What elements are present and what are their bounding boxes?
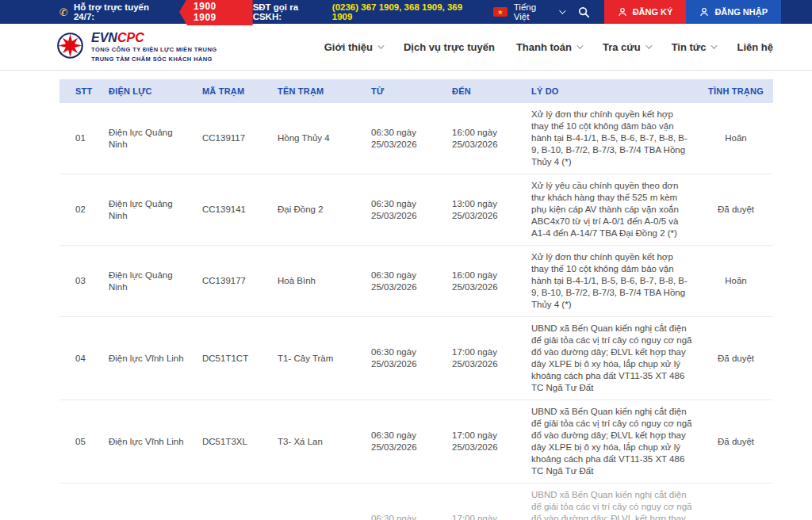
col-header-tu: TỪ — [371, 79, 452, 103]
cell-ly-do: UBND xã Bến Quan kiến nghị cắt điện để g… — [531, 317, 702, 400]
table-row: 06Điện lực Vĩnh LinhDC51T4XLT4-Xá Lợi06:… — [59, 484, 773, 520]
cell-den: 17:00 ngày 25/03/2026 — [452, 484, 531, 520]
cell-ten-tram: T1- Cây Tràm — [278, 317, 371, 400]
cell-stt: 02 — [59, 174, 109, 246]
cell-ten-tram: Hồng Thủy 4 — [278, 103, 371, 174]
cell-dien-luc: Điện lực Vĩnh Linh — [109, 484, 202, 520]
cell-dien-luc: Điện lực Vĩnh Linh — [109, 400, 202, 484]
logo-evn: EVN — [91, 31, 117, 44]
topbar: ✆ Hỗ trợ trực tuyến 24/7: 1900 1909 SĐT … — [0, 0, 812, 24]
cell-tinh-trang: Đã duyệt — [702, 174, 773, 246]
user-icon — [699, 7, 709, 17]
nav-item-label: Thanh toán — [516, 41, 572, 53]
evn-star-icon — [56, 31, 85, 60]
table-body: 01Điện lực Quảng NinhCC139117Hồng Thủy 4… — [59, 103, 773, 520]
cell-ma-tram: CC139141 — [202, 174, 278, 246]
evncpc-logo[interactable]: EVNCPC TỔNG CÔNG TY ĐIỆN LỰC MIỀN TRUNG … — [56, 31, 216, 63]
cell-tu: 06:30 ngày 25/03/2026 — [371, 484, 452, 520]
cell-den: 17:00 ngày 25/03/2026 — [452, 317, 531, 400]
cell-den: 16:00 ngày 25/03/2026 — [452, 103, 531, 174]
cskh-label: SĐT gọi ra CSKH: — [253, 2, 328, 21]
nav-item-label: Giới thiệu — [324, 41, 373, 53]
cell-ly-do: UBND xã Bến Quan kiến nghị cắt điện để g… — [531, 484, 702, 520]
cell-ma-tram: DC51T3XL — [202, 400, 278, 484]
col-header-den: ĐẾN — [452, 79, 531, 103]
cell-dien-luc: Điện lực Vĩnh Linh — [109, 317, 202, 400]
vietnam-flag-icon: ★ — [493, 7, 508, 17]
nav-item-0[interactable]: Giới thiệu — [324, 41, 382, 53]
main-nav: Giới thiệuDịch vụ trực tuyếnThanh toánTr… — [324, 41, 773, 53]
nav-item-label: Tin tức — [672, 41, 707, 53]
language-label: Tiếng Việt — [514, 2, 553, 21]
cell-ma-tram: CC139117 — [202, 103, 278, 174]
cell-ly-do: UBND xã Bến Quan kiến nghị cắt điện để g… — [531, 400, 702, 484]
cell-stt: 05 — [59, 400, 109, 484]
hotline-badge[interactable]: 1900 1909 — [179, 0, 253, 25]
support-label: Hỗ trợ trực tuyến 24/7: — [74, 2, 171, 21]
nav-item-label: Tra cứu — [603, 41, 641, 53]
cell-tinh-trang: Đã duyệt — [702, 484, 773, 520]
cell-dien-luc: Điện lực Quảng Ninh — [109, 103, 202, 174]
outage-table: STT ĐIỆN LỰC MÃ TRẠM TÊN TRẠM TỪ ĐẾN LÝ … — [59, 79, 773, 520]
nav-item-3[interactable]: Tra cứu — [603, 41, 650, 53]
cell-dien-luc: Điện lực Quảng Ninh — [109, 246, 202, 317]
cell-ly-do: Xử lý yêu cầu chính quyền theo đơn thư k… — [531, 174, 702, 246]
user-icon — [618, 7, 627, 17]
login-button[interactable]: ĐĂNG NHẬP — [686, 0, 781, 24]
search-icon[interactable] — [578, 6, 590, 18]
cell-tinh-trang: Hoãn — [702, 103, 773, 174]
cell-tu: 06:30 ngày 25/03/2026 — [371, 317, 452, 400]
table-row: 02Điện lực Quảng NinhCC139141Đại Đồng 20… — [59, 174, 773, 246]
table-row: 05Điện lực Vĩnh LinhDC51T3XLT3- Xá Lan06… — [59, 400, 773, 484]
cell-tinh-trang: Đã duyệt — [702, 317, 773, 400]
cell-tu: 06:30 ngày 25/03/2026 — [371, 174, 452, 246]
chevron-down-icon — [711, 42, 718, 48]
chevron-down-icon — [559, 7, 565, 13]
register-label: ĐĂNG KÝ — [633, 7, 673, 17]
cell-stt: 01 — [59, 103, 109, 174]
nav-item-2[interactable]: Thanh toán — [516, 41, 581, 53]
topbar-right: SĐT gọi ra CSKH: (0236) 367 1909, 368 19… — [253, 0, 781, 24]
cell-stt: 03 — [59, 246, 109, 317]
nav-item-1[interactable]: Dịch vụ trực tuyến — [404, 41, 495, 53]
cell-den: 16:00 ngày 25/03/2026 — [452, 246, 531, 317]
site-header: EVNCPC TỔNG CÔNG TY ĐIỆN LỰC MIỀN TRUNG … — [0, 24, 812, 71]
cell-tinh-trang: Đã duyệt — [702, 400, 773, 484]
cell-tinh-trang: Hoãn — [702, 246, 773, 317]
nav-item-label: Dịch vụ trực tuyến — [404, 41, 495, 53]
chevron-down-icon — [645, 42, 652, 48]
col-header-tinh-trang: TÌNH TRẠNG — [702, 79, 773, 103]
cell-tu: 06:30 ngày 25/03/2026 — [371, 400, 452, 484]
table-row: 03Điện lực Quảng NinhCC139177Hoà Bình06:… — [59, 246, 773, 317]
login-label: ĐĂNG NHẬP — [714, 7, 768, 17]
cell-ly-do: Xử lý đơn thư chính quyền kết hợp thay t… — [531, 246, 702, 317]
col-header-dien-luc: ĐIỆN LỰC — [109, 79, 202, 103]
cell-stt: 06 — [59, 484, 109, 520]
nav-item-4[interactable]: Tin tức — [672, 41, 716, 53]
cell-den: 17:00 ngày 25/03/2026 — [452, 400, 531, 484]
nav-item-5[interactable]: Liên hệ — [737, 41, 773, 53]
table-header: STT ĐIỆN LỰC MÃ TRẠM TÊN TRẠM TỪ ĐẾN LÝ … — [59, 79, 773, 103]
table-row: 04Điện lực Vĩnh LinhDC51T1CTT1- Cây Tràm… — [59, 317, 773, 400]
cell-tu: 06:30 ngày 25/03/2026 — [371, 246, 452, 317]
cell-ten-tram: Hoà Bình — [278, 246, 371, 317]
chevron-down-icon — [377, 42, 384, 48]
table-row: 01Điện lực Quảng NinhCC139117Hồng Thủy 4… — [59, 103, 773, 174]
org-line2: TRUNG TÂM CHĂM SÓC KHÁCH HÀNG — [91, 55, 216, 63]
cell-ma-tram: DC51T4XL — [202, 484, 278, 520]
col-header-ly-do: LÝ DO — [531, 79, 702, 103]
logo-cpc: CPC — [117, 31, 144, 44]
cskh-numbers: (0236) 367 1909, 368 1909, 369 1909 — [332, 2, 482, 21]
cell-ten-tram: T4-Xá Lợi — [278, 484, 371, 520]
cell-ly-do: Xử lý đơn thư chính quyền kết hợp thay t… — [531, 103, 702, 174]
cell-ten-tram: Đại Đồng 2 — [278, 174, 371, 246]
chevron-down-icon — [576, 42, 583, 48]
cell-dien-luc: Điện lực Quảng Ninh — [109, 174, 202, 246]
language-selector[interactable]: Tiếng Việt — [514, 2, 564, 21]
col-header-stt: STT — [59, 79, 109, 103]
cell-ten-tram: T3- Xá Lan — [278, 400, 371, 484]
col-header-ma-tram: MÃ TRẠM — [202, 79, 278, 103]
register-button[interactable]: ĐĂNG KÝ — [604, 0, 687, 24]
org-line1: TỔNG CÔNG TY ĐIỆN LỰC MIỀN TRUNG — [91, 46, 216, 54]
cell-stt: 04 — [59, 317, 109, 400]
